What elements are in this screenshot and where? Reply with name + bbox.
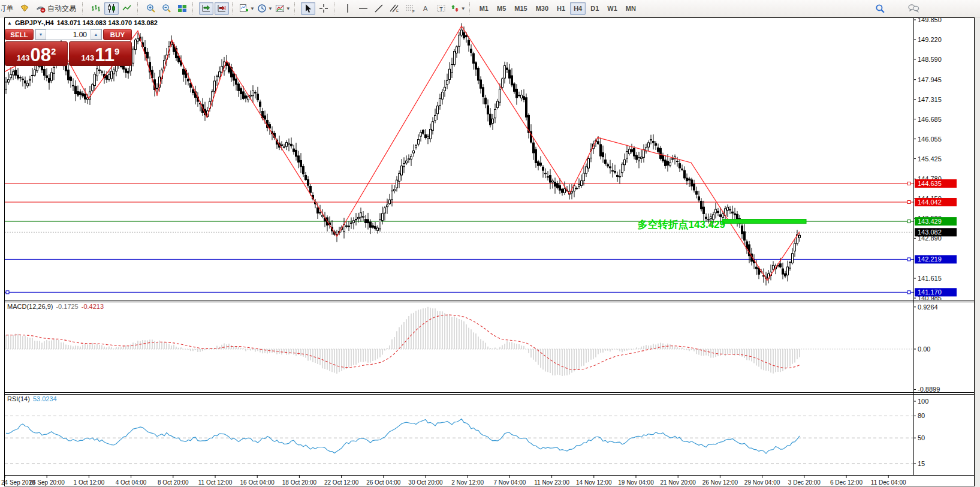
cursor-icon (303, 4, 313, 13)
auto-scroll-button[interactable] (199, 2, 213, 15)
candlestick-chart-button[interactable] (104, 2, 119, 15)
timeframe-w1[interactable]: W1 (604, 2, 621, 15)
volume-value[interactable]: 1.00 (46, 29, 91, 40)
macd-indicator-label: MACD(12,26,9)-0.1725-0.4213 (7, 303, 104, 310)
svg-text:29 Nov 04:00: 29 Nov 04:00 (744, 479, 780, 486)
timeframe-h1[interactable]: H1 (553, 2, 569, 15)
timeframe-group: M1M5M15M30H1H4D1W1MN (475, 2, 640, 15)
svg-text:0.00: 0.00 (918, 345, 930, 353)
svg-text:11 Oct 12:00: 11 Oct 12:00 (198, 479, 233, 486)
buy-price-display[interactable]: 143 11 9 (69, 41, 132, 66)
svg-text:11 Dec 04:00: 11 Dec 04:00 (871, 479, 906, 486)
svg-text:8 Oct 20:00: 8 Oct 20:00 (158, 479, 189, 486)
periods-button[interactable]: ▼ (257, 2, 273, 15)
news-icon[interactable] (17, 2, 32, 15)
fibonacci-icon: F (405, 4, 415, 13)
svg-text:16 Oct 04:00: 16 Oct 04:00 (240, 479, 275, 486)
svg-text:4 Oct 04:00: 4 Oct 04:00 (116, 479, 147, 486)
collapse-panel-icon[interactable]: ▲ (7, 20, 12, 26)
autotrading-button[interactable]: 自动交易 (33, 2, 79, 15)
line-chart-icon (122, 4, 132, 13)
vertical-line-icon (343, 4, 352, 13)
toolbar-separator (294, 2, 298, 14)
line-handle[interactable] (907, 291, 910, 294)
svg-text:3 Dec 20:00: 3 Dec 20:00 (788, 479, 821, 486)
chart-canvas: 149.850149.220148.590147.945147.315146.6… (0, 0, 980, 487)
svg-text:50: 50 (918, 434, 925, 441)
svg-text:18 Oct 20:00: 18 Oct 20:00 (282, 479, 317, 486)
search-button[interactable] (873, 2, 887, 15)
cursor-button[interactable] (301, 2, 315, 15)
chart-shift-icon (217, 4, 227, 13)
timeframe-mn[interactable]: MN (622, 2, 640, 15)
pivot-annotation-text[interactable]: 多空转折点143.429 (609, 218, 725, 232)
svg-text:F: F (412, 10, 415, 13)
svg-text:143.082: 143.082 (918, 229, 942, 236)
horizontal-line-button[interactable] (356, 2, 370, 15)
sell-price-display[interactable]: 143 08 2 (5, 41, 68, 66)
pivot-lime-bar[interactable] (722, 220, 806, 224)
svg-text:26 Oct 04:00: 26 Oct 04:00 (366, 479, 401, 486)
community-chat-button[interactable] (906, 2, 921, 15)
line-handle[interactable] (907, 258, 910, 261)
line-handle[interactable] (6, 291, 9, 294)
zoom-out-button[interactable] (159, 2, 174, 15)
templates-button[interactable]: ▼ (275, 2, 291, 15)
text-a-icon: A (421, 4, 430, 13)
crosshair-button[interactable] (316, 2, 331, 15)
toolbar-separator (82, 2, 86, 14)
svg-text:A: A (423, 5, 428, 12)
text-label-button[interactable]: T (434, 2, 448, 15)
add-indicator-button[interactable]: ▼ (239, 2, 255, 15)
text-label-icon: T (436, 4, 446, 13)
svg-text:141.615: 141.615 (918, 275, 942, 282)
auto-scroll-icon (201, 4, 211, 13)
line-handle[interactable] (907, 182, 910, 185)
svg-text:1 Oct 12:00: 1 Oct 12:00 (74, 479, 105, 486)
dropdown-caret-icon: ▼ (461, 6, 466, 11)
equidistant-channel-button[interactable]: E (387, 2, 402, 15)
chart-shift-button[interactable] (215, 2, 229, 15)
svg-text:6 Dec 12:00: 6 Dec 12:00 (830, 479, 863, 486)
sell-button[interactable]: SELL (5, 29, 34, 40)
timeframe-m15[interactable]: M15 (511, 2, 530, 15)
svg-text:144.635: 144.635 (918, 180, 942, 187)
timeframe-h4[interactable]: H4 (570, 2, 586, 15)
svg-text:15: 15 (918, 460, 925, 467)
bar-chart-button[interactable] (89, 2, 103, 15)
svg-text:147.945: 147.945 (918, 76, 942, 83)
volume-decrease-button[interactable]: ▼ (35, 29, 46, 40)
timeframe-d1[interactable]: D1 (587, 2, 602, 15)
arrows-button[interactable]: ▼ (450, 2, 466, 15)
fibonacci-button[interactable]: F (403, 2, 417, 15)
trendline-button[interactable] (372, 2, 386, 15)
svg-text:80: 80 (918, 412, 925, 419)
svg-text:142.219: 142.219 (918, 255, 942, 263)
svg-text:19 Nov 04:00: 19 Nov 04:00 (618, 479, 654, 486)
orders-button[interactable]: 订单 (1, 2, 16, 15)
svg-text:148.590: 148.590 (918, 56, 942, 63)
svg-text:141.170: 141.170 (918, 288, 942, 296)
tile-windows-button[interactable] (175, 2, 189, 15)
rsi-indicator-label: RSI(14)53.0234 (7, 395, 57, 402)
text-button[interactable]: A (418, 2, 433, 15)
svg-text:E: E (396, 9, 399, 13)
dropdown-caret-icon: ▼ (286, 6, 291, 11)
vertical-line-button[interactable] (340, 2, 355, 15)
svg-text:30 Oct 20:00: 30 Oct 20:00 (408, 479, 443, 486)
line-handle[interactable] (907, 200, 910, 203)
svg-text:145.425: 145.425 (918, 155, 942, 163)
line-chart-button[interactable] (120, 2, 134, 15)
toolbar: 订单 自动交易 (0, 0, 980, 17)
timeframe-m1[interactable]: M1 (476, 2, 492, 15)
line-handle[interactable] (907, 220, 910, 223)
timeframe-m30[interactable]: M30 (532, 2, 552, 15)
svg-text:100: 100 (918, 398, 928, 405)
timeframe-m5[interactable]: M5 (493, 2, 509, 15)
volume-increase-button[interactable]: ▲ (91, 29, 101, 40)
mt4-window: 149.850149.220148.590147.945147.315146.6… (0, 0, 980, 487)
candlestick-chart-icon (107, 4, 116, 13)
dropdown-caret-icon: ▼ (250, 6, 255, 11)
buy-button[interactable]: BUY (103, 29, 132, 40)
zoom-in-button[interactable] (144, 2, 158, 15)
